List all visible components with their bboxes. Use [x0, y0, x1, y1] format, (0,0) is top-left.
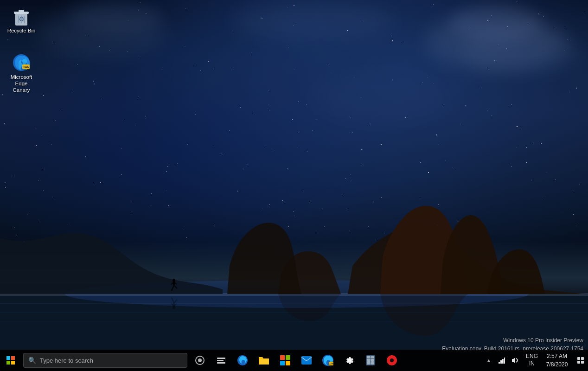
svg-rect-38 [499, 362, 500, 364]
windows-logo [6, 356, 15, 365]
svg-rect-41 [504, 358, 505, 364]
pinned-app-settings[interactable] [339, 350, 360, 371]
svg-text:CAN: CAN [22, 65, 29, 69]
svg-rect-30 [280, 355, 285, 360]
search-placeholder-text: Type here to search [40, 357, 93, 364]
pinned-app-media[interactable] [381, 350, 403, 371]
language-code: ENG [526, 353, 538, 360]
taskbar: 🔍 Type here to search [0, 350, 588, 371]
pinned-app-store[interactable] [275, 350, 296, 371]
language-tray-button[interactable]: ENG IN [523, 350, 541, 371]
svg-rect-31 [286, 355, 290, 360]
pinned-app-edge-canary[interactable]: CAN [317, 350, 339, 371]
tray-show-hidden-button[interactable]: ▲ [484, 350, 493, 371]
edge-canary-label: Microsoft Edge Canary [6, 74, 36, 93]
settings-taskbar-icon [344, 355, 355, 366]
pinned-apps: CAN [232, 350, 484, 371]
mail-taskbar-icon [301, 356, 312, 365]
clock-date: 7/8/2020 [546, 360, 568, 369]
timeline-icon [217, 358, 225, 364]
notification-icon [577, 357, 584, 364]
svg-line-23 [18, 16, 19, 23]
system-tray: ▲ [484, 350, 588, 371]
pinned-app-file-explorer[interactable] [253, 350, 275, 371]
svg-rect-42 [577, 357, 580, 360]
chevron-up-icon: ▲ [486, 358, 492, 363]
recycle-bin-icon: ♻ [12, 6, 31, 26]
media-taskbar-icon [387, 355, 397, 365]
landscape-svg [0, 201, 588, 350]
clock-time: 2:57 AM [547, 352, 567, 360]
network-tray-icon[interactable] [495, 350, 508, 371]
svg-line-25 [24, 16, 25, 23]
svg-rect-39 [500, 360, 502, 364]
volume-icon [511, 357, 518, 364]
svg-text:CAN: CAN [329, 362, 334, 365]
cortana-button[interactable] [189, 350, 211, 371]
store-taskbar-icon [280, 355, 291, 366]
svg-rect-32 [280, 361, 285, 365]
network-icon [498, 357, 505, 364]
edge-canary-taskbar-icon: CAN [322, 354, 334, 366]
pinned-app-calculator[interactable] [360, 350, 381, 371]
desktop: ♻ Recycle Bin CAN Microsoft Edge Canary [0, 0, 588, 371]
desktop-icon-recycle-bin[interactable]: ♻ Recycle Bin [5, 5, 38, 36]
desktop-icon-edge-canary[interactable]: CAN Microsoft Edge Canary [5, 51, 38, 95]
language-region: IN [529, 360, 535, 368]
pinned-app-edge[interactable] [232, 350, 253, 371]
pinned-app-mail[interactable] [296, 350, 317, 371]
search-bar[interactable]: 🔍 Type here to search [23, 353, 187, 368]
svg-rect-44 [577, 361, 580, 364]
edge-taskbar-icon [237, 355, 248, 366]
tray-icons-area [493, 350, 523, 371]
svg-rect-21 [19, 10, 24, 12]
svg-rect-34 [301, 356, 312, 365]
start-button[interactable] [0, 350, 21, 371]
volume-tray-icon[interactable] [508, 350, 521, 371]
watermark-line1: Windows 10 Pro Insider Preview [442, 336, 583, 345]
task-view-button[interactable] [211, 350, 232, 371]
edge-canary-icon: CAN [12, 53, 31, 72]
clock-tray-button[interactable]: 2:57 AM 7/8/2020 [541, 350, 573, 371]
svg-rect-43 [581, 357, 584, 360]
calculator-taskbar-icon [366, 355, 375, 365]
recycle-bin-label: Recycle Bin [7, 28, 36, 34]
svg-rect-45 [581, 361, 584, 364]
svg-rect-33 [286, 361, 290, 365]
svg-point-13 [173, 307, 175, 309]
svg-rect-40 [502, 359, 504, 364]
svg-point-7 [173, 279, 175, 281]
file-explorer-taskbar-icon [258, 355, 269, 365]
cortana-icon [195, 356, 205, 365]
search-icon: 🔍 [28, 357, 36, 364]
notification-center-button[interactable] [573, 350, 588, 371]
